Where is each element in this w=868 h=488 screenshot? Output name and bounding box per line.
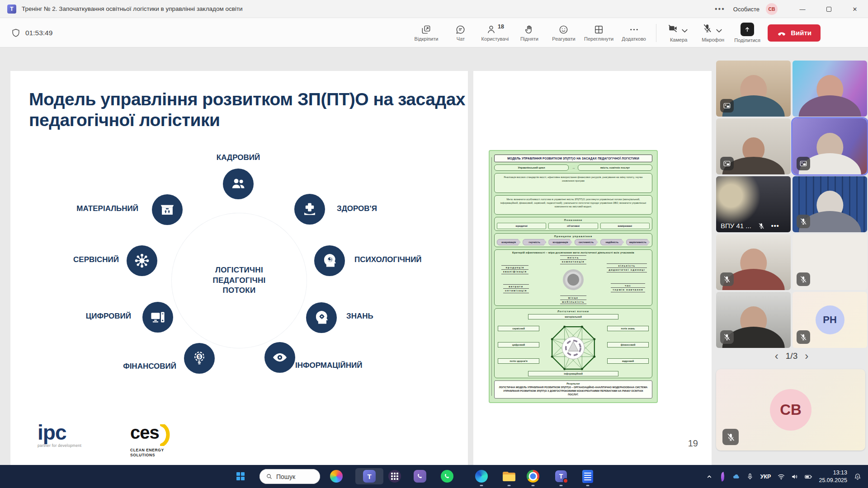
start-button[interactable] [232,468,249,484]
page-indicator: 1/3 [786,351,797,361]
copilot-button[interactable] [328,468,344,484]
volume-icon[interactable] [788,469,802,485]
node-label: ФІНАНСОВИЙ [123,362,176,371]
logistics-scheme-image: МОДЕЛЬ УПРАВЛІННЯ РОЗВИТКОМ ЗП(ПТ)О НА З… [489,150,658,403]
pip-icon [797,157,810,170]
raise-hand-button[interactable]: Підняти [515,24,543,42]
minimize-button[interactable]: — [789,0,816,18]
participant-tile[interactable]: РН [793,292,867,348]
mic-off-badge [720,272,734,286]
participant-tile[interactable]: ВПУ 41 ... ••• [716,176,791,232]
scheme-indicators: Показники юридичні об'єктивні вимірювані [494,217,652,231]
folder-icon [503,472,515,481]
teams-app-icon: T [7,5,16,14]
flow-label: цифровий [498,342,539,347]
participant-count: 18 [498,23,504,30]
principle-chip: надійність [600,239,624,245]
edge-button[interactable] [473,468,490,484]
svg-text:$: $ [198,354,201,359]
scheme-flows: Логістичні потоки матеріальний сервісний [494,308,652,378]
participant-tile[interactable] [716,118,791,174]
scheme-box: якість освітніх послуг [578,164,652,171]
titlebar-more-icon[interactable]: ••• [707,5,733,13]
profile-label[interactable]: Особисте [733,6,760,13]
file-explorer-button[interactable] [501,468,517,484]
whatsapp-button[interactable] [439,468,455,484]
chevron-down-icon[interactable] [714,25,724,36]
scheme-paragraph: Мета: визначити особливості логістики в … [494,195,652,215]
onedrive-cloud-icon[interactable] [730,469,743,485]
pen-icon[interactable] [716,469,730,485]
people-icon [486,24,496,35]
viber-button[interactable] [412,468,428,484]
meeting-toolbar: 01:53:49 Відкріпити Чат 18 Користувачі П… [0,18,868,47]
participant-tile-active-speaker[interactable] [793,118,867,174]
prev-page-button[interactable]: ‹ [775,351,778,361]
tray-chevron-up-icon[interactable] [703,469,716,485]
pip-icon [720,99,734,113]
notification-bell-icon[interactable] [851,469,864,485]
participant-tile[interactable] [716,61,791,117]
chat-icon [455,24,466,35]
self-video-tile[interactable]: СВ [716,369,865,450]
scheme-criterion: Критерій ефективності – міра досягнення … [494,249,652,306]
indicator-chip: об'єктивні [548,223,598,229]
teams-button[interactable]: T [355,468,383,484]
language-indicator[interactable]: УКР [757,474,775,480]
writer-button[interactable] [580,468,596,484]
shared-slide: Модель управління розвитком ЗП(ПТ)О на з… [10,71,468,465]
wifi-icon[interactable] [774,469,788,485]
clock[interactable]: 13:13 25.09.2025 [815,469,851,484]
unpin-button[interactable]: Відкріпити [412,24,440,42]
node-label: КАДРОВИЙ [202,153,274,162]
chrome-button[interactable] [525,468,541,484]
meeting-timer: 01:53:49 [11,18,52,47]
center-circle: ЛОГІСТИЧНІ ПЕДАГОГІЧНІ ПОТОКИ [171,213,307,348]
react-button[interactable]: Реагувати [550,24,578,42]
teams-classic-button[interactable]: T [553,468,569,484]
chevron-down-icon[interactable] [679,25,690,36]
close-button[interactable]: ✕ [842,0,868,18]
people-icon [223,169,254,199]
indicator-chip: юридичні [497,223,546,229]
service-network-icon [127,245,157,276]
participants-button[interactable]: 18 Користувачі [481,24,509,42]
scheme-title: МОДЕЛЬ УПРАВЛІННЯ РОЗВИТКОМ ЗП(ПТ)О НА З… [494,155,652,162]
participant-tile[interactable] [793,61,867,117]
microphone-button[interactable]: Мікрофон [699,23,727,42]
flow-label: сервісний [498,326,539,331]
chat-button[interactable]: Чат [447,24,475,42]
shield-icon [11,28,21,38]
participant-tile[interactable] [793,176,867,232]
popout-icon [421,24,431,35]
more-actions-button[interactable]: Додатково [620,24,648,42]
shared-slide-right: МОДЕЛЬ УПРАВЛІННЯ РОЗВИТКОМ ЗП(ПТ)О НА З… [473,71,712,465]
box-icon [152,194,183,225]
principle-chip: комунікація [497,239,520,245]
meeting-stage: Модель управління розвитком ЗП(ПТ)О на з… [0,47,868,465]
copilot-icon [330,470,343,483]
next-page-button[interactable]: › [805,351,808,361]
microphone-tray-icon[interactable] [743,469,757,485]
hand-icon [524,24,534,35]
self-avatar: СВ [770,389,811,431]
leave-button[interactable]: Вийти [768,24,821,42]
node-label: ЦИФРОВИЙ [86,312,131,321]
share-button[interactable]: Поділитися [733,23,761,43]
camera-button[interactable]: Камера [665,23,693,42]
maximize-button[interactable] [816,0,842,18]
mic-off-icon [758,222,765,230]
app-grid-button[interactable] [387,468,403,484]
view-button[interactable]: Переглянути [584,24,613,42]
tile-more-icon[interactable]: ••• [771,222,779,230]
participant-tile[interactable] [716,234,791,290]
participant-tile[interactable] [793,234,867,290]
mic-off-icon [702,23,712,33]
profile-avatar[interactable]: СВ [766,3,778,15]
document-icon [582,470,593,483]
participant-tile[interactable] [716,292,791,348]
taskbar-search[interactable]: Пошук [259,469,320,484]
information-eye-icon [264,342,295,373]
tray-date: 25.09.2025 [819,477,847,484]
battery-icon[interactable] [802,469,815,485]
